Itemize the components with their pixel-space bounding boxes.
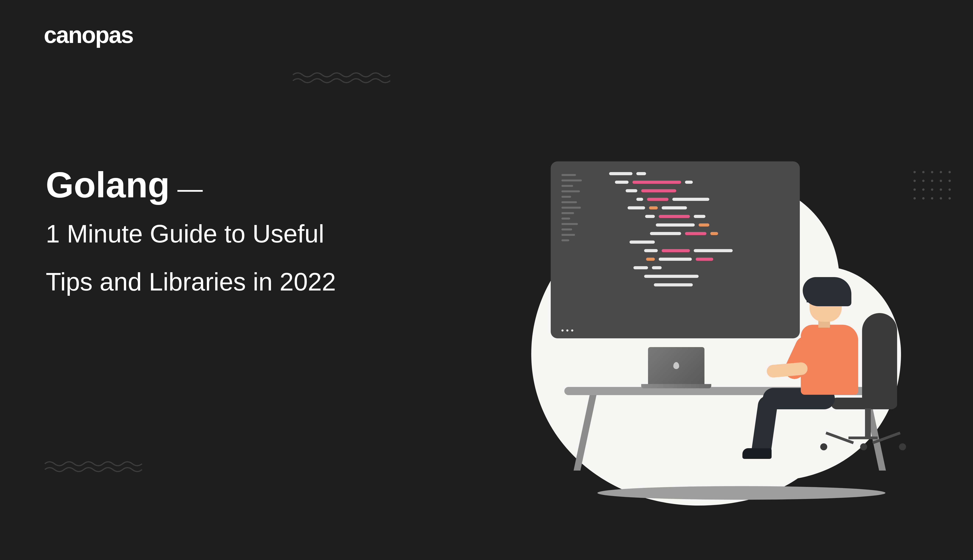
title-dash: — bbox=[177, 174, 203, 203]
laptop bbox=[641, 347, 711, 390]
svg-point-18 bbox=[940, 197, 942, 200]
svg-point-8 bbox=[940, 180, 942, 182]
laptop-logo-icon bbox=[673, 362, 679, 369]
code-lines bbox=[609, 172, 788, 287]
svg-point-19 bbox=[948, 197, 951, 200]
code-sidebar bbox=[562, 174, 582, 241]
subtitle-line2: Tips and Libraries in 2022 bbox=[46, 262, 336, 302]
logo-text: canopas bbox=[44, 22, 133, 48]
brand-logo: canopas bbox=[44, 22, 133, 48]
floor-shadow bbox=[597, 486, 885, 500]
subtitle-line1: 1 Minute Guide to Useful bbox=[46, 214, 336, 253]
chair-base bbox=[829, 437, 899, 442]
code-monitor bbox=[551, 162, 800, 338]
svg-point-3 bbox=[940, 171, 942, 173]
chair-back bbox=[862, 313, 897, 408]
svg-point-13 bbox=[940, 188, 942, 191]
svg-point-4 bbox=[948, 171, 951, 173]
title-heading: Golang bbox=[46, 165, 170, 205]
ellipsis-icon bbox=[562, 329, 573, 332]
hero-illustration bbox=[531, 136, 940, 505]
wave-decoration-bottom bbox=[44, 459, 147, 472]
chair-seat bbox=[831, 398, 897, 409]
wave-decoration-top bbox=[292, 70, 395, 83]
svg-point-9 bbox=[948, 180, 951, 182]
title-block: Golang — 1 Minute Guide to Useful Tips a… bbox=[46, 164, 336, 302]
person-illustration bbox=[774, 258, 901, 482]
svg-point-14 bbox=[948, 188, 951, 191]
